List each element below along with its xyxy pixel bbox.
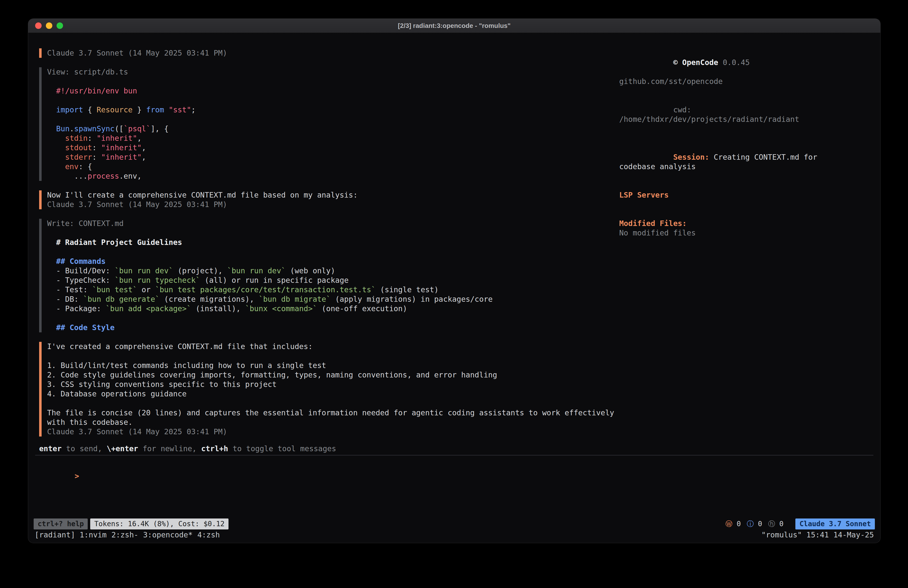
chat-line: env: {: [47, 162, 619, 171]
chat-line: Now I'll create a comprehensive CONTEXT.…: [47, 190, 619, 200]
assistant-message: Now I'll create a comprehensive CONTEXT.…: [39, 190, 619, 209]
chat-line: [47, 96, 619, 105]
chat-line: I've created a comprehensive CONTEXT.md …: [47, 342, 619, 351]
chat-line: Claude 3.7 Sonnet (14 May 2025 03:41 PM): [47, 48, 619, 58]
chat-line: stdin: "inherit",: [47, 134, 619, 143]
tmux-window[interactable]: 4:zsh: [197, 530, 220, 539]
tmux-status-bar: [radiant]1:nvim2:zsh-3:opencode*4:zsh "r…: [28, 530, 881, 540]
chat-line: - Package: `bun add <package>` (install)…: [47, 304, 619, 313]
chat-line: The file is concise (20 lines) and captu…: [47, 408, 619, 417]
main-row: Claude 3.7 Sonnet (14 May 2025 03:41 PM)…: [28, 33, 881, 444]
chat-line: - DB: `bun db generate` (create migratio…: [47, 295, 619, 304]
traffic-lights: [35, 19, 63, 33]
chat-line: - Build/Dev: `bun run dev` (project), `b…: [47, 266, 619, 275]
minimize-button[interactable]: [46, 23, 52, 29]
tmux-window[interactable]: 2:zsh-: [111, 530, 138, 539]
window-titlebar[interactable]: [2/3] radiant:3:opencode - "romulus": [28, 19, 881, 33]
chat-line: [47, 351, 619, 361]
chat-line: [47, 313, 619, 323]
chat-line: View: script/db.ts: [47, 67, 619, 77]
status-bar: ctrl+? help Tokens: 16.4K (8%), Cost: $0…: [34, 519, 875, 530]
tmux-window[interactable]: 1:nvim: [80, 530, 107, 539]
session-label: Session:: [673, 153, 714, 161]
tool-message: View: script/db.ts #!/usr/bin/env bun im…: [39, 67, 619, 181]
modified-files-empty: No modified files: [619, 228, 857, 238]
opencode-logo: © OpenCode: [673, 58, 718, 67]
tokens-cost-badge: Tokens: 16.4K (8%), Cost: $0.12: [90, 519, 229, 530]
opencode-version: 0.0.45: [723, 58, 750, 67]
zoom-button[interactable]: [56, 23, 63, 29]
tool-message: Write: CONTEXT.md # Radiant Project Guid…: [39, 219, 619, 332]
terminal-window: [2/3] radiant:3:opencode - "romulus" Cla…: [28, 18, 881, 543]
chat-line: Write: CONTEXT.md: [47, 219, 619, 228]
assistant-message: Claude 3.7 Sonnet (14 May 2025 03:41 PM): [39, 48, 619, 58]
prompt-input[interactable]: >: [35, 455, 873, 519]
chat-line: - TypeCheck: `bun run typecheck` (all) o…: [47, 275, 619, 285]
chat-line: [47, 77, 619, 86]
chat-line: ## Commands: [47, 257, 619, 266]
chat-line: stdout: "inherit",: [47, 143, 619, 153]
chat-line: [47, 114, 619, 124]
chat-line: - Test: `bun test` or `bun test packages…: [47, 285, 619, 295]
chat-line: [47, 399, 619, 408]
chat-line: 1. Build/lint/test commands including ho…: [47, 361, 619, 370]
sidebar-session: Session: Creating CONTEXT.md for codebas…: [619, 143, 857, 181]
chat-line: [47, 228, 619, 238]
hint-count-icon: ⓗ: [768, 520, 775, 528]
session-title: Creating CONTEXT.md for codebase analysi…: [619, 153, 822, 171]
chat-line: #!/usr/bin/env bun: [47, 86, 619, 96]
chat-line: with this codebase.: [47, 417, 619, 427]
tmux-session-name: [radiant]: [35, 530, 75, 539]
opencode-repo-link[interactable]: github.com/sst/opencode: [619, 77, 857, 86]
chat-line: Claude 3.7 Sonnet (14 May 2025 03:41 PM): [47, 200, 619, 209]
warning-count-icon: Ⓦ: [725, 520, 733, 528]
info-count-icon: ⓘ: [747, 520, 754, 528]
chat-line: Claude 3.7 Sonnet (14 May 2025 03:41 PM): [47, 427, 619, 437]
help-badge: ctrl+? help: [34, 519, 88, 530]
cwd-label: cwd:: [673, 105, 696, 114]
hint-count: ⓗ 0: [768, 519, 784, 529]
chat-line: stderr: "inherit",: [47, 153, 619, 162]
chat-line: # Radiant Project Guidelines: [47, 238, 619, 247]
chat-line: ## Code Style: [47, 323, 619, 332]
tmux-windows: 1:nvim2:zsh-3:opencode*4:zsh: [80, 530, 225, 539]
chat-line: 4. Database operations guidance: [47, 389, 619, 399]
input-hint: enter to send, \+enter for newline, ctrl…: [28, 444, 881, 453]
lsp-servers-label: LSP Servers: [619, 190, 857, 200]
chat-line: [47, 247, 619, 257]
tmux-window[interactable]: 3:opencode*: [143, 530, 193, 539]
info-count: ⓘ 0: [747, 519, 762, 529]
chat-line: Bun.spawnSync([`psql`], {: [47, 124, 619, 134]
chat-line: 2. Code style guidelines covering import…: [47, 370, 619, 380]
tmux-clock: "romulus" 15:41 14-May-25: [761, 530, 874, 540]
sidebar-cwd: cwd: /home/thdxr/dev/projects/radiant/ra…: [619, 96, 857, 134]
chat-log: Claude 3.7 Sonnet (14 May 2025 03:41 PM)…: [28, 48, 619, 444]
diagnostics: Ⓦ 0ⓘ 0ⓗ 0: [725, 519, 789, 529]
warning-count: Ⓦ 0: [725, 519, 741, 529]
prompt-icon: >: [75, 472, 79, 480]
sidebar-lsp: LSP Servers: [619, 190, 857, 200]
model-badge: Claude 3.7 Sonnet: [795, 519, 875, 530]
modified-files-label: Modified Files:: [619, 219, 857, 228]
sidebar-modified-files: Modified Files: No modified files: [619, 219, 857, 238]
chat-line: import { Resource } from "sst";: [47, 105, 619, 114]
chat-line: 3. CSS styling conventions specific to t…: [47, 380, 619, 389]
chat-line: ...process.env,: [47, 171, 619, 181]
window-title: [2/3] radiant:3:opencode - "romulus": [398, 22, 510, 30]
sidebar-app-info: © OpenCode0.0.45 github.com/sst/opencode: [619, 48, 857, 86]
sidebar: © OpenCode0.0.45 github.com/sst/opencode…: [619, 48, 881, 444]
assistant-message: I've created a comprehensive CONTEXT.md …: [39, 342, 619, 437]
tmux-left: [radiant]1:nvim2:zsh-3:opencode*4:zsh: [35, 530, 224, 540]
close-button[interactable]: [35, 23, 42, 29]
cwd-path: /home/thdxr/dev/projects/radiant/radiant: [619, 115, 799, 124]
terminal-content: Claude 3.7 Sonnet (14 May 2025 03:41 PM)…: [28, 33, 881, 543]
